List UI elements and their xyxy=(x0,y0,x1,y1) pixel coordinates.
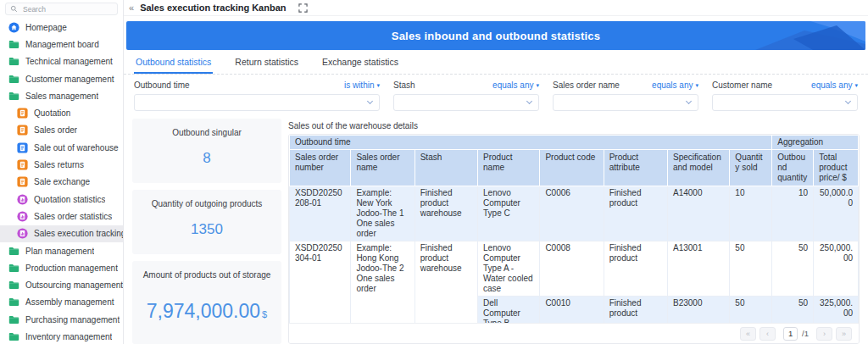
sidebar-item-label: Sales execution tracking Kan... xyxy=(34,229,123,238)
customer-name-input[interactable] xyxy=(720,97,846,108)
table-section: Sales out of the warehouse details Outbo… xyxy=(288,119,860,344)
stat-card-outbound-singular: Outbound singular8 xyxy=(132,119,281,183)
caret-down-icon: ▾ xyxy=(536,82,539,89)
filter-operator-dropdown[interactable]: equals any▾ xyxy=(492,80,539,90)
sidebar-item-sale-out-of-warehouse[interactable]: Sale out of warehouse xyxy=(0,139,123,156)
column-header-product-attribute: Product attribute xyxy=(604,150,667,186)
page-title: Sales execution tracking Kanban xyxy=(140,3,286,13)
sidebar-item-outsourcing-management[interactable]: Outsourcing management xyxy=(0,276,123,293)
filter-value-select[interactable] xyxy=(553,94,698,111)
sidebar-item-label: Technical management xyxy=(25,57,113,66)
doc-orange-icon xyxy=(17,108,28,119)
sidebar-item-management-board[interactable]: Management board xyxy=(0,36,123,53)
prev-page-button[interactable]: ‹ xyxy=(760,327,776,341)
sidebar-item-customer-management[interactable]: Customer management xyxy=(0,70,123,87)
filter-operator-dropdown[interactable]: is within▾ xyxy=(344,80,380,90)
sidebar-item-label: Sales order xyxy=(34,125,77,135)
stat-value: 7,974,000.00$ xyxy=(132,300,281,323)
sidebar-item-label: Homepage xyxy=(25,23,67,32)
column-header-total-product-price: Total product price/ $ xyxy=(814,150,859,186)
filter-operator-label: is within xyxy=(344,80,375,90)
filter-operator-label: equals any xyxy=(811,80,852,90)
cell-outbound-quantity: 50 xyxy=(772,241,814,297)
first-page-button[interactable]: « xyxy=(740,327,756,341)
stash-input[interactable] xyxy=(401,97,527,108)
group-header-aggregation: Aggregation xyxy=(772,136,859,150)
warehouse-table: Outbound timeAggregationSales order numb… xyxy=(289,135,859,323)
content-body: Outbound singular8Quantity of outgoing p… xyxy=(124,119,868,344)
stat-card-amount-of-products-out-of-storage: Amount of products out of storage7,974,0… xyxy=(132,261,281,344)
sidebar-item-homepage[interactable]: Homepage xyxy=(0,19,123,36)
filter-operator-dropdown[interactable]: equals any▾ xyxy=(811,80,858,90)
sidebar-search-box[interactable] xyxy=(5,3,118,15)
sidebar-item-inventory-management[interactable]: Inventory management xyxy=(0,328,123,344)
sidebar-item-production-management[interactable]: Production management xyxy=(0,259,123,276)
filter-stash: Stashequals any▾ xyxy=(393,80,539,111)
sidebar-item-assembly-management[interactable]: Assembly management xyxy=(0,294,123,311)
sidebar-item-sales-order-statistics[interactable]: Sales order statistics xyxy=(0,208,123,225)
filter-value-select[interactable] xyxy=(134,94,380,111)
cell-stash: Finished product warehouse xyxy=(415,186,477,241)
folder-icon xyxy=(8,56,19,67)
last-page-button[interactable]: » xyxy=(836,327,852,341)
filter-operator-dropdown[interactable]: equals any▾ xyxy=(652,80,698,90)
filter-label: Sales order name xyxy=(553,80,620,90)
filter-operator-label: equals any xyxy=(492,80,533,90)
stat-title: Quantity of outgoing products xyxy=(132,199,281,208)
sidebar-item-label: Sales returns xyxy=(34,160,84,169)
sidebar-item-sales-execution-tracking-kan[interactable]: Sales execution tracking Kan... xyxy=(0,225,123,242)
column-header-product-code: Product code xyxy=(540,150,604,186)
table-row[interactable]: XSDD20250304-01Example: Hong Kong Jodoo-… xyxy=(290,241,859,297)
chart-purple-icon xyxy=(17,211,28,222)
sidebar-item-technical-management[interactable]: Technical management xyxy=(0,53,123,70)
doc-orange-icon xyxy=(17,125,28,136)
table-row[interactable]: XSDD20250208-01Example: New York Jodoo-T… xyxy=(290,186,859,241)
stat-value: 8 xyxy=(132,150,281,167)
cell-order-number: XSDD20250304-01 xyxy=(290,241,351,324)
sidebar-item-sale-exchange[interactable]: Sale exchange xyxy=(0,174,123,191)
column-header-sales-order-name: Sales order name xyxy=(351,150,415,186)
sidebar-item-sales-returns[interactable]: Sales returns xyxy=(0,156,123,173)
filter-header: Stashequals any▾ xyxy=(393,80,539,90)
sidebar-item-label: Purchasing management xyxy=(25,315,120,325)
current-page[interactable]: 1 xyxy=(783,327,798,341)
cell-product-code: C0008 xyxy=(540,241,604,297)
table-header-row: Sales order numberSales order nameStashP… xyxy=(290,150,859,186)
filter-value-select[interactable] xyxy=(393,94,539,111)
filter-value-select[interactable] xyxy=(712,94,858,111)
chevron-down-icon xyxy=(526,98,532,104)
folder-icon xyxy=(8,331,19,342)
tab-return-statistics[interactable]: Return statistics xyxy=(233,50,300,74)
cell-specification: A13001 xyxy=(668,241,730,297)
sidebar-item-label: Quotation statistics xyxy=(34,195,105,204)
stat-cards: Outbound singular8Quantity of outgoing p… xyxy=(132,119,281,344)
collapse-sidebar-icon[interactable]: « xyxy=(126,3,136,13)
stat-number: 7,974,000.00 xyxy=(147,300,260,322)
tab-outbound-statistics[interactable]: Outbound statistics xyxy=(134,50,213,74)
filter-label: Stash xyxy=(393,80,415,90)
sidebar-item-plan-management[interactable]: Plan management xyxy=(0,242,123,259)
fullscreen-icon[interactable] xyxy=(298,3,308,13)
cell-total-price: 250,000.00 xyxy=(814,241,859,297)
statistics-tabs: Outbound statisticsReturn statisticsExch… xyxy=(124,50,868,75)
folder-icon xyxy=(8,280,19,291)
dashboard-banner: Sales inbound and outbound statistics xyxy=(126,21,865,50)
tab-exchange-statistics[interactable]: Exchange statistics xyxy=(320,50,400,74)
sales-order-name-input[interactable] xyxy=(560,97,687,108)
table-scroll-area[interactable]: Outbound timeAggregationSales order numb… xyxy=(289,135,859,323)
next-page-button[interactable]: › xyxy=(816,327,832,341)
folder-icon xyxy=(8,314,19,325)
cell-specification: B23000 xyxy=(668,297,730,324)
outbound-time-input[interactable] xyxy=(142,97,368,108)
sidebar-item-purchasing-management[interactable]: Purchasing management xyxy=(0,311,123,328)
cell-order-name: Example: New York Jodoo-The 1 One sales … xyxy=(351,186,415,241)
cell-total-price: 325,000.00 xyxy=(814,297,859,324)
sidebar-item-sales-management[interactable]: Sales management xyxy=(0,87,123,104)
sidebar-item-quotation[interactable]: Quotation xyxy=(0,104,123,121)
stat-unit: $ xyxy=(262,309,267,319)
folder-icon xyxy=(8,39,19,50)
cell-specification: A14000 xyxy=(668,186,730,241)
sidebar-item-sales-order[interactable]: Sales order xyxy=(0,122,123,139)
search-input[interactable] xyxy=(21,4,113,14)
sidebar-item-quotation-statistics[interactable]: Quotation statistics xyxy=(0,191,123,208)
